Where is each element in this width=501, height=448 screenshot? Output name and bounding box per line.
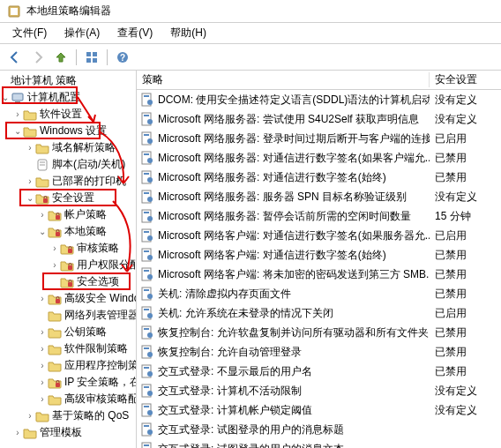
- tree-item[interactable]: ⌄安全设置: [0, 190, 136, 206]
- list-pane: 策略 安全设置 DCOM: 使用安全描述符定义语言(SDDL)语法的计算机启动.…: [137, 71, 501, 448]
- tree-item-label: 帐户策略: [64, 207, 107, 222]
- tree-item[interactable]: ⌄本地策略: [0, 223, 136, 240]
- list-row[interactable]: 交互式登录: 试图登录的用户的消息标题: [137, 420, 501, 439]
- toolbar-separator: [107, 49, 108, 65]
- tree-item[interactable]: ›应用程序控制策: [0, 357, 136, 374]
- help-button[interactable]: [113, 48, 132, 67]
- expand-toggle[interactable]: ›: [37, 361, 48, 370]
- folder-lock-icon: [60, 275, 74, 289]
- tree-item[interactable]: ›域名解析策略: [0, 139, 136, 156]
- menu-help[interactable]: 帮助(H): [161, 24, 215, 42]
- list-row[interactable]: Microsoft 网络服务器: 暂停会话前所需的空闲时间数量15 分钟: [137, 206, 501, 226]
- folder-icon: [23, 124, 37, 138]
- tree-item[interactable]: ›用户权限分配: [0, 257, 136, 273]
- tree-root[interactable]: 地计算机 策略: [0, 72, 136, 89]
- expand-toggle[interactable]: ›: [25, 411, 35, 421]
- policy-icon: [140, 442, 154, 448]
- menu-view[interactable]: 查看(V): [108, 24, 161, 42]
- expand-toggle[interactable]: ⌄: [25, 193, 35, 203]
- toolbar-separator: [76, 49, 77, 65]
- tree-item[interactable]: ›高级安全 Windo: [0, 290, 136, 307]
- back-button[interactable]: [5, 48, 25, 67]
- list-row[interactable]: 关机: 允许系统在未登录的情况下关闭已启用: [137, 303, 501, 323]
- tree-item-label: 应用程序控制策: [64, 358, 137, 373]
- list-row[interactable]: Microsoft 网络客户端: 对通信进行数字签名(如果服务器允...已启用: [137, 226, 501, 245]
- expand-toggle[interactable]: ›: [49, 260, 60, 270]
- titlebar: 本地组策略编辑器: [0, 0, 501, 23]
- tree-item[interactable]: 安全选项: [0, 273, 136, 290]
- expand-toggle[interactable]: ⌄: [12, 126, 23, 136]
- options-button[interactable]: [82, 48, 101, 67]
- expand-toggle[interactable]: ›: [37, 210, 48, 220]
- expand-toggle[interactable]: ›: [37, 294, 48, 303]
- policy-setting: 已禁用: [430, 151, 501, 166]
- tree-item[interactable]: 脚本(启动/关机): [0, 156, 136, 173]
- expand-toggle[interactable]: ›: [25, 143, 35, 153]
- list-row[interactable]: 交互式登录: 计算机不活动限制没有定义: [137, 381, 501, 400]
- expand-toggle[interactable]: ⌄: [37, 227, 48, 236]
- tree-item[interactable]: ⌄计算机配置: [0, 89, 136, 106]
- expand-toggle[interactable]: ⌄: [0, 93, 11, 102]
- col-policy[interactable]: 策略: [137, 72, 430, 87]
- menu-file[interactable]: 文件(F): [4, 24, 56, 42]
- policy-icon: [140, 384, 154, 398]
- policy-setting: 没有定义: [430, 112, 501, 127]
- list-row[interactable]: Microsoft 网络服务器: 对通信进行数字签名(始终)已禁用: [137, 168, 501, 187]
- tree-item[interactable]: ›管理模板: [0, 424, 136, 441]
- expand-toggle[interactable]: ›: [49, 243, 60, 253]
- tree-item[interactable]: ›软件设置: [0, 106, 136, 123]
- list-row[interactable]: Microsoft 网络服务器: 登录时间过期后断开与客户端的连接已启用: [137, 129, 501, 148]
- tree-item[interactable]: ›基于策略的 QoS: [0, 407, 136, 424]
- list-row[interactable]: 关机: 清除虚拟内存页面文件已禁用: [137, 284, 501, 303]
- tree-item[interactable]: ›帐户策略: [0, 206, 136, 223]
- policy-setting: 没有定义: [430, 384, 501, 399]
- list-row[interactable]: Microsoft 网络客户端: 将未加密的密码发送到第三方 SMB...已禁用: [137, 265, 501, 284]
- policy-icon: [140, 422, 154, 437]
- tree-pane[interactable]: 地计算机 策略 ⌄计算机配置›软件设置⌄Windows 设置›域名解析策略脚本(…: [0, 71, 137, 448]
- forward-button[interactable]: [28, 48, 48, 67]
- expand-toggle[interactable]: ›: [37, 344, 48, 354]
- expand-toggle[interactable]: ›: [37, 394, 48, 404]
- lock-icon: [35, 191, 49, 205]
- expand-toggle[interactable]: ›: [12, 428, 23, 437]
- policy-setting: 已禁用: [430, 345, 501, 360]
- policy-name: 恢复控制台: 允许自动管理登录: [158, 345, 302, 360]
- expand-toggle[interactable]: ›: [12, 109, 23, 119]
- tree-item-label: 公钥策略: [64, 325, 107, 340]
- folder-lock-icon: [60, 258, 74, 273]
- col-setting[interactable]: 安全设置: [430, 72, 501, 87]
- list-row[interactable]: 恢复控制台: 允许软盘复制并访问所有驱动器和所有文件夹已禁用: [137, 323, 501, 342]
- policy-name: Microsoft 网络服务器: 对通信进行数字签名(如果客户端允...: [158, 151, 430, 166]
- list-header: 策略 安全设置: [137, 71, 501, 90]
- expand-toggle[interactable]: ›: [37, 327, 48, 337]
- list-row[interactable]: Microsoft 网络服务器: 对通信进行数字签名(如果客户端允...已禁用: [137, 148, 501, 168]
- expand-toggle[interactable]: ›: [37, 377, 48, 387]
- folder-lock-icon: [48, 292, 62, 306]
- tree-item[interactable]: ›IP 安全策略，在: [0, 374, 136, 391]
- folder-icon: [48, 392, 62, 407]
- policy-name: 交互式登录: 试图登录的用户的消息标题: [158, 422, 344, 437]
- tree-item[interactable]: ›已部署的打印机: [0, 173, 136, 190]
- policy-name: 关机: 允许系统在未登录的情况下关闭: [158, 306, 333, 321]
- tree-item[interactable]: ›软件限制策略: [0, 340, 136, 357]
- tree-item[interactable]: ›审核策略: [0, 240, 136, 257]
- tree-item-label: 脚本(启动/关机): [52, 157, 125, 172]
- list-row[interactable]: Microsoft 网络服务器: 服务器 SPN 目标名称验证级别没有定义: [137, 187, 501, 206]
- menubar: 文件(F) 操作(A) 查看(V) 帮助(H): [0, 23, 501, 44]
- list-row[interactable]: Microsoft 网络客户端: 对通信进行数字签名(始终)已禁用: [137, 245, 501, 265]
- tree-item-label: IP 安全策略，在: [64, 375, 137, 390]
- list-row[interactable]: DCOM: 使用安全描述符定义语言(SDDL)语法的计算机启动...没有定义: [137, 90, 501, 109]
- up-button[interactable]: [51, 48, 71, 67]
- list-row[interactable]: 交互式登录: 计算机帐户锁定阈值没有定义: [137, 400, 501, 420]
- menu-action[interactable]: 操作(A): [56, 24, 108, 42]
- list-row[interactable]: 交互式登录: 不显示最后的用户名已禁用: [137, 362, 501, 381]
- tree-item[interactable]: 网络列表管理器: [0, 307, 136, 324]
- tree-item[interactable]: ›公钥策略: [0, 324, 136, 340]
- expand-toggle[interactable]: ›: [25, 176, 35, 186]
- list-row[interactable]: 恢复控制台: 允许自动管理登录已禁用: [137, 342, 501, 362]
- tree-item-label: 计算机配置: [27, 90, 80, 105]
- list-row[interactable]: Microsoft 网络服务器: 尝试使用 S4U2Self 获取声明信息没有定…: [137, 109, 501, 129]
- tree-item[interactable]: ›高级审核策略配: [0, 391, 136, 407]
- tree-item[interactable]: ⌄Windows 设置: [0, 123, 136, 139]
- list-row[interactable]: 交互式登录: 试图登录的用户的消息文本: [137, 439, 501, 448]
